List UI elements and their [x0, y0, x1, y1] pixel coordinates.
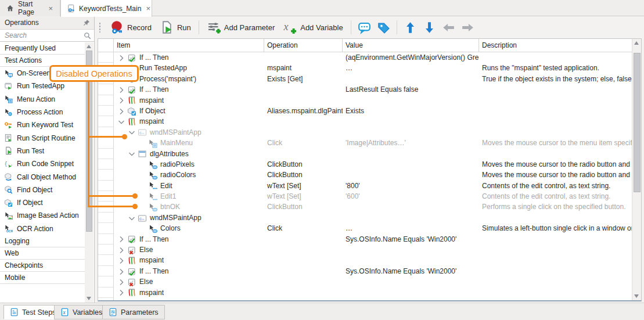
grid-row-dlgattributes[interactable]: dlgAttributes: [98, 149, 632, 159]
operation-cell[interactable]: [264, 84, 343, 95]
row-gutter-cell[interactable]: [98, 266, 114, 276]
value-cell[interactable]: Sys.OSInfo.Name Equals 'Win2000': [343, 234, 479, 245]
description-cell[interactable]: [479, 234, 632, 245]
scroll-down-icon[interactable]: [87, 297, 91, 300]
grid-scrollbar[interactable]: [632, 39, 641, 300]
value-cell[interactable]: [343, 116, 479, 127]
value-cell[interactable]: [343, 127, 479, 138]
chevron-right-icon[interactable]: [117, 235, 126, 244]
description-cell[interactable]: [479, 84, 632, 95]
forward-button[interactable]: [458, 19, 477, 37]
operation-cell[interactable]: [264, 287, 343, 298]
tab-parameters[interactable]: Parameters: [102, 305, 165, 319]
value-cell[interactable]: [343, 159, 479, 170]
description-cell[interactable]: [479, 266, 632, 276]
grid-row-mspaint[interactable]: mspaint: [98, 95, 632, 106]
row-gutter-cell[interactable]: [98, 213, 114, 223]
value-cell[interactable]: [343, 213, 479, 223]
value-cell[interactable]: [343, 95, 479, 106]
sidebar-item-run-script-routine[interactable]: Run Script Routine: [0, 131, 85, 144]
sidebar-item-image-based-action[interactable]: Image Based Action: [0, 209, 85, 222]
row-gutter-cell[interactable]: [98, 170, 114, 180]
grid-row-if-object[interactable]: If ObjectAliases.mspaint.dlgPaintExists: [98, 106, 632, 116]
operation-cell[interactable]: [264, 52, 343, 63]
chevron-down-icon[interactable]: [117, 117, 126, 127]
value-cell[interactable]: Sys.OSInfo.Name Equals 'Win2000': [343, 266, 479, 276]
operation-cell[interactable]: wText [Set]: [264, 181, 343, 191]
value-cell[interactable]: [343, 149, 479, 159]
column-header-description[interactable]: Description: [479, 39, 632, 52]
description-cell[interactable]: [479, 52, 632, 63]
value-cell[interactable]: LastResult Equals false: [343, 84, 479, 95]
chevron-down-icon[interactable]: [127, 149, 136, 159]
sidebar-item-if-object[interactable]: If Object: [0, 196, 85, 209]
column-header-item[interactable]: Item: [114, 39, 264, 52]
grid-row-radiopixels[interactable]: radioPixelsClickButtonMoves the mouse cu…: [98, 159, 632, 170]
value-cell[interactable]: Exists: [343, 106, 479, 116]
description-cell[interactable]: True if the object exists in the system;…: [479, 74, 632, 84]
scroll-up-icon[interactable]: [87, 45, 91, 48]
description-cell[interactable]: Runs the "mspaint" tested application.: [479, 63, 632, 73]
operation-cell[interactable]: Aliases.mspaint.dlgPaint: [264, 106, 343, 116]
close-icon[interactable]: ×: [145, 4, 152, 13]
row-gutter-cell[interactable]: [98, 84, 114, 95]
value-cell[interactable]: [343, 255, 479, 265]
grid-row-radiocolors[interactable]: radioColorsClickButtonMoves the mouse cu…: [98, 170, 632, 180]
tab-start-page[interactable]: Start Page ×: [0, 0, 60, 16]
row-gutter-cell[interactable]: [98, 116, 114, 127]
chevron-down-icon[interactable]: [127, 214, 136, 223]
description-cell[interactable]: [479, 106, 632, 116]
grid-row-run-testedapp[interactable]: Run TestedAppmspaint…Runs the "mspaint" …: [98, 63, 632, 73]
grid-row-if-then[interactable]: If ... ThenLastResult Equals false: [98, 84, 632, 95]
chevron-right-icon[interactable]: [117, 85, 126, 95]
chevron-right-icon[interactable]: [117, 267, 126, 276]
back-button[interactable]: [439, 19, 458, 37]
description-cell[interactable]: Moves the mouse cursor to the radio butt…: [479, 159, 632, 170]
search-icon[interactable]: [83, 31, 92, 40]
grid-row-edit1[interactable]: Edit1wText [Set]'600'Contents of the edi…: [98, 191, 632, 202]
row-gutter-cell[interactable]: [98, 106, 114, 116]
sidebar-item-menu-action[interactable]: Menu Action: [0, 93, 85, 106]
operation-cell[interactable]: Click: [264, 138, 343, 148]
operation-cell[interactable]: [264, 149, 343, 159]
toolbar-grip[interactable]: [99, 22, 101, 33]
row-gutter-cell[interactable]: [98, 181, 114, 191]
description-cell[interactable]: Moves the mouse cursor to the radio butt…: [479, 170, 632, 180]
record-button[interactable]: Record: [106, 18, 156, 37]
grid-row-run-keyword-test[interactable]: Run Keyword TestKeywordTests.SelectColor…: [98, 298, 632, 300]
row-gutter-cell[interactable]: [98, 245, 114, 255]
close-icon[interactable]: ×: [47, 4, 54, 13]
chevron-right-icon[interactable]: [117, 256, 126, 265]
row-gutter-cell[interactable]: [98, 138, 114, 148]
grid-row-btnok[interactable]: btnOKClickButtonPerforms a single click …: [98, 202, 632, 212]
value-cell[interactable]: [343, 202, 479, 212]
chevron-down-icon[interactable]: [127, 128, 136, 137]
row-gutter-cell[interactable]: [98, 298, 114, 300]
value-cell[interactable]: [343, 287, 479, 298]
operation-cell[interactable]: [264, 127, 343, 138]
operation-cell[interactable]: ClickButton: [264, 159, 343, 170]
grid-row-wndmspaintapp[interactable]: c↔wndMSPaintApp: [98, 213, 632, 223]
chevron-right-icon[interactable]: [117, 107, 126, 116]
grid-row-mspaint[interactable]: mspaint: [98, 116, 632, 127]
value-cell[interactable]: '800': [343, 181, 479, 191]
operation-cell[interactable]: wText [Set]: [264, 191, 343, 202]
chevron-right-icon[interactable]: [117, 278, 126, 287]
sidebar-item-run-code-snippet[interactable]: {..}Run Code Snippet: [0, 157, 85, 170]
value-cell[interactable]: [343, 245, 479, 255]
operation-cell[interactable]: Click: [264, 223, 343, 233]
row-gutter-cell[interactable]: [98, 255, 114, 265]
operation-cell[interactable]: ClickButton: [264, 170, 343, 180]
description-cell[interactable]: [479, 255, 632, 265]
grid-row-mspaint[interactable]: mspaint: [98, 255, 632, 265]
row-gutter-cell[interactable]: [98, 95, 114, 106]
description-cell[interactable]: Moves the mouse cursor to the menu item …: [479, 138, 632, 148]
value-cell[interactable]: [343, 74, 479, 84]
operation-cell[interactable]: [264, 116, 343, 127]
operation-cell[interactable]: [264, 245, 343, 255]
sidebar-item-find-object[interactable]: Find Object: [0, 184, 85, 196]
description-cell[interactable]: Contents of the edit control, as text st…: [479, 191, 632, 202]
tab-keywordtests-main[interactable]: KeywordTests_Main ×: [60, 0, 152, 17]
column-header-value[interactable]: Value: [343, 39, 479, 52]
grid-row-mspaint[interactable]: mspaint: [98, 287, 632, 298]
